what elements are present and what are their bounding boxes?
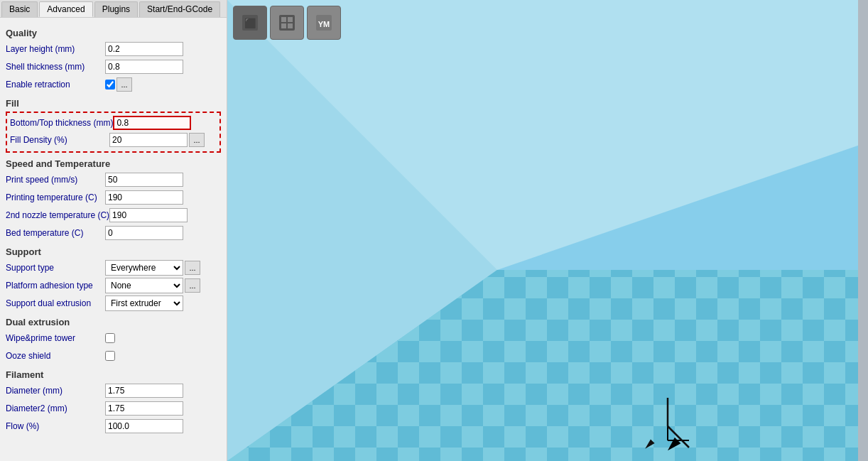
layer-height-row: Layer height (mm) — [6, 41, 221, 57]
fill-density-input[interactable] — [109, 133, 188, 147]
ym-icon: YM — [314, 13, 334, 33]
flow-input[interactable] — [105, 419, 183, 433]
diameter2-row: Diameter2 (mm) — [6, 401, 221, 416]
right-edge-panel — [858, 0, 868, 461]
print-speed-row: Print speed (mm/s) — [6, 172, 221, 188]
support-type-row: Support type None Everywhere Touching bu… — [6, 260, 221, 276]
svg-rect-6 — [288, 23, 293, 28]
fill-section-title: Fill — [6, 98, 221, 109]
enable-retraction-row: Enable retraction ... — [6, 77, 221, 92]
tab-advanced[interactable]: Advanced — [39, 1, 92, 17]
platform-adhesion-select[interactable]: None Brim Raft — [105, 278, 183, 293]
support-type-select[interactable]: None Everywhere Touching buildplate — [105, 260, 183, 276]
support-dual-extrusion-row: Support dual extrusion First extruder Se… — [6, 295, 221, 311]
platform-adhesion-row: Platform adhesion type None Brim Raft ..… — [6, 278, 221, 293]
fill-density-label: Fill Density (%) — [10, 135, 109, 145]
shell-thickness-input[interactable] — [105, 60, 183, 74]
speed-section-title: Speed and Temperature — [6, 158, 221, 169]
nozzle2-temperature-label: 2nd nozzle temperature (C) — [6, 210, 109, 220]
shell-thickness-row: Shell thickness (mm) — [6, 59, 221, 75]
svg-text:YM: YM — [318, 20, 330, 28]
tab-bar: Basic Advanced Plugins Start/End-GCode — [0, 0, 227, 18]
fill-density-dots[interactable]: ... — [189, 133, 205, 147]
ooze-shield-row: Ooze shield — [6, 348, 221, 364]
bottom-top-thickness-input[interactable] — [113, 116, 191, 130]
enable-retraction-label: Enable retraction — [6, 80, 105, 90]
filament-section-title: Filament — [6, 369, 221, 380]
support-type-label: Support type — [6, 263, 105, 273]
rotate-icon: ⬛ — [240, 13, 260, 33]
print-speed-input[interactable] — [105, 173, 183, 187]
diameter-input[interactable] — [105, 384, 183, 398]
bottom-top-thickness-row: Bottom/Top thickness (mm) — [10, 115, 217, 131]
print-speed-label: Print speed (mm/s) — [6, 175, 105, 185]
rotate-button[interactable]: ⬛ — [233, 6, 267, 40]
ooze-shield-label: Ooze shield — [6, 351, 105, 361]
tab-plugins[interactable]: Plugins — [94, 1, 138, 17]
scale-icon — [277, 13, 297, 33]
ym-button[interactable]: YM — [307, 6, 341, 40]
tab-basic[interactable]: Basic — [1, 1, 38, 17]
support-dual-extrusion-label: Support dual extrusion — [6, 298, 105, 308]
bed-temperature-row: Bed temperature (C) — [6, 225, 221, 241]
platform-adhesion-dots[interactable]: ... — [185, 278, 200, 293]
shell-thickness-label: Shell thickness (mm) — [6, 62, 105, 72]
wipe-prime-tower-row: Wipe&prime tower — [6, 330, 221, 346]
wipe-prime-tower-checkbox[interactable] — [105, 333, 115, 343]
form-content: Quality Layer height (mm) Shell thicknes… — [0, 18, 227, 440]
diameter2-label: Diameter2 (mm) — [6, 403, 105, 413]
diameter-row: Diameter (mm) — [6, 383, 221, 398]
nozzle2-temperature-input[interactable] — [109, 208, 188, 222]
support-type-dots[interactable]: ... — [185, 261, 200, 275]
3d-viewport[interactable]: ⬛ YM — [227, 0, 868, 461]
diameter2-input[interactable] — [105, 401, 183, 416]
support-dual-extrusion-select[interactable]: First extruder Second extruder — [105, 295, 183, 311]
fill-section: Bottom/Top thickness (mm) Fill Density (… — [6, 112, 221, 153]
diameter-label: Diameter (mm) — [6, 386, 105, 396]
printing-temperature-input[interactable] — [105, 190, 183, 205]
scale-button[interactable] — [270, 6, 304, 40]
wipe-prime-tower-label: Wipe&prime tower — [6, 333, 105, 343]
ooze-shield-checkbox[interactable] — [105, 351, 115, 361]
printing-temperature-label: Printing temperature (C) — [6, 192, 105, 202]
platform-adhesion-label: Platform adhesion type — [6, 281, 105, 291]
svg-rect-3 — [281, 17, 286, 22]
svg-rect-4 — [288, 17, 293, 22]
quality-section-title: Quality — [6, 28, 221, 38]
bed-temperature-input[interactable] — [105, 226, 183, 240]
dual-extrusion-section-title: Dual extrusion — [6, 317, 221, 327]
svg-text:⬛: ⬛ — [244, 18, 257, 30]
fill-density-row: Fill Density (%) ... — [10, 132, 217, 148]
support-section-title: Support — [6, 246, 221, 257]
enable-retraction-dots[interactable]: ... — [116, 77, 132, 92]
tab-start-end-gcode[interactable]: Start/End-GCode — [139, 1, 220, 17]
3d-scene — [227, 0, 868, 461]
flow-label: Flow (%) — [6, 421, 105, 431]
svg-rect-5 — [281, 23, 286, 28]
layer-height-label: Layer height (mm) — [6, 44, 105, 54]
bed-temperature-label: Bed temperature (C) — [6, 228, 105, 238]
flow-row: Flow (%) — [6, 418, 221, 434]
bottom-top-thickness-label: Bottom/Top thickness (mm) — [10, 118, 113, 128]
toolbar: ⬛ YM — [233, 6, 341, 40]
left-panel: Basic Advanced Plugins Start/End-GCode Q… — [0, 0, 227, 461]
printing-temperature-row: Printing temperature (C) — [6, 190, 221, 205]
nozzle2-temperature-row: 2nd nozzle temperature (C) — [6, 207, 221, 223]
layer-height-input[interactable] — [105, 42, 183, 56]
enable-retraction-checkbox[interactable] — [105, 80, 115, 90]
